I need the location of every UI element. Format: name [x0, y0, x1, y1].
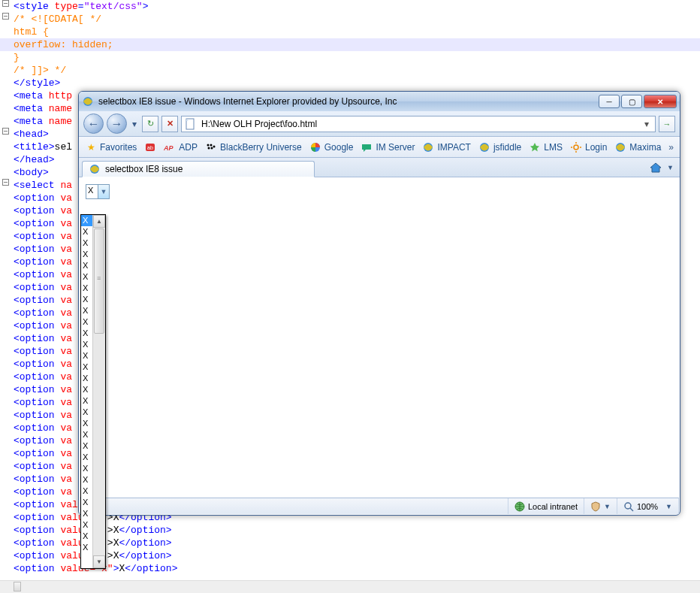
editor-hscroll[interactable]	[0, 580, 700, 593]
stop-button[interactable]: ✕	[161, 116, 178, 132]
window-title: selectbox IE8 issue - Windows Internet E…	[98, 96, 599, 107]
back-button[interactable]: ←	[83, 113, 104, 134]
svg-point-13	[574, 145, 578, 150]
scroll-up-button[interactable]: ▲	[93, 215, 105, 228]
page-icon	[185, 118, 197, 130]
scroll-down-button[interactable]: ▼	[93, 555, 105, 568]
svg-point-21	[625, 503, 631, 509]
refresh-button[interactable]: ↻	[142, 116, 158, 132]
bookmark-ab-red[interactable]: ab	[144, 141, 156, 153]
svg-point-5	[207, 144, 210, 146]
star-icon: ★	[85, 141, 97, 153]
svg-text:AP: AP	[164, 144, 173, 152]
bookmark-label: IMPACT	[437, 142, 470, 153]
adp-icon: AP	[164, 141, 176, 153]
select-dropdown[interactable]: ▲ ▼ XXXXXXXXXXXXXXXXXXXXXXXXXXXXXX	[80, 214, 106, 569]
bookmark-jsfiddle[interactable]: jsfiddle	[478, 141, 521, 153]
code-line[interactable]: }	[0, 51, 700, 64]
login-icon	[570, 141, 582, 153]
bookmark-im-server[interactable]: IM Server	[361, 141, 415, 153]
bookmark-lms[interactable]: LMS	[529, 141, 563, 153]
security-zone[interactable]: Local intranet	[508, 498, 584, 514]
bookmark-label: Login	[585, 142, 607, 153]
svg-point-7	[208, 147, 210, 149]
im-icon	[361, 141, 373, 153]
bookmark-maxima[interactable]: Maxima	[614, 141, 661, 153]
bookmark-label: BlackBerry Universe	[220, 142, 302, 153]
bookmark-label: Google	[324, 142, 354, 153]
favorites-overflow[interactable]: »	[668, 142, 674, 153]
tab-active[interactable]: selectbox IE8 issue	[82, 161, 315, 177]
svg-point-8	[211, 147, 213, 149]
page-icon	[89, 163, 101, 175]
address-dropdown[interactable]: ▾	[641, 119, 652, 129]
svg-point-9	[213, 145, 216, 147]
lms-icon	[529, 141, 541, 153]
ie-icon	[82, 95, 94, 107]
nav-history-dropdown[interactable]: ▾	[130, 119, 139, 129]
bookmark-label: LMS	[544, 142, 563, 153]
status-bar: Local intranet ▼ 100% ▼	[80, 498, 679, 514]
dropdown-scrollbar[interactable]: ▲ ▼	[92, 215, 105, 568]
fold-toggle[interactable]	[2, 179, 9, 186]
select-value: X	[86, 185, 98, 198]
bookmark-impact[interactable]: IMPACT	[422, 141, 470, 153]
ie-icon	[422, 141, 434, 153]
bookmark-label: Maxima	[629, 142, 661, 153]
svg-text:ab: ab	[147, 145, 153, 150]
home-button[interactable]	[649, 161, 662, 174]
bb-icon	[205, 141, 217, 153]
bookmark-blackberry-universe[interactable]: BlackBerry Universe	[205, 141, 302, 153]
forward-button[interactable]: →	[107, 113, 127, 134]
code-line[interactable]: /* <![CDATA[ */	[0, 13, 700, 26]
titlebar[interactable]: selectbox IE8 issue - Windows Internet E…	[79, 92, 680, 111]
address-bar[interactable]: ▾	[181, 116, 656, 132]
nav-toolbar: ← → ▾ ↻ ✕ ▾ →	[79, 111, 680, 137]
protected-mode[interactable]: ▼	[584, 498, 617, 514]
ab-red-icon: ab	[144, 141, 156, 153]
bookmark-label: jsfiddle	[493, 142, 521, 153]
tab-bar: selectbox IE8 issue ▼	[79, 158, 680, 177]
code-line[interactable]: <style type="text/css">	[0, 0, 700, 13]
favorites-label: Favorites	[100, 142, 137, 153]
zoom-control[interactable]: 100% ▼	[617, 498, 679, 514]
code-line[interactable]: html {	[0, 26, 700, 38]
svg-point-6	[210, 144, 213, 146]
page-content: X ▼ Do	[80, 178, 679, 497]
shield-icon	[590, 501, 601, 512]
globe-icon	[514, 501, 525, 512]
bookmark-adp[interactable]: APADP	[164, 141, 198, 153]
go-button[interactable]: →	[659, 116, 675, 132]
fold-toggle[interactable]	[2, 128, 9, 135]
address-input[interactable]	[200, 118, 638, 130]
favorites-button[interactable]: ★ Favorites	[85, 141, 137, 153]
fold-toggle[interactable]	[2, 13, 9, 20]
bookmark-google[interactable]: Google	[309, 141, 354, 153]
select-element[interactable]: X ▼	[86, 184, 110, 199]
zoom-icon	[623, 501, 634, 512]
goog-icon	[309, 141, 321, 153]
fold-toggle[interactable]	[2, 0, 9, 7]
code-line[interactable]: overflow: hidden;	[0, 38, 700, 51]
close-button[interactable]: ✕	[644, 95, 677, 108]
home-dropdown[interactable]: ▼	[667, 164, 674, 171]
ie-icon	[614, 141, 626, 153]
bookmark-label: IM Server	[376, 142, 415, 153]
code-line[interactable]: </style>	[0, 77, 700, 89]
favorites-bar: ★ Favorites abAPADPBlackBerry UniverseGo…	[79, 137, 680, 158]
zone-label: Local intranet	[528, 502, 578, 511]
bookmark-login[interactable]: Login	[570, 141, 607, 153]
svg-line-22	[630, 508, 633, 511]
code-line[interactable]: /* ]]> */	[0, 64, 700, 77]
select-arrow-icon[interactable]: ▼	[98, 185, 109, 198]
zoom-value: 100%	[637, 502, 658, 511]
bookmark-label: ADP	[179, 142, 198, 153]
ie8-window: selectbox IE8 issue - Windows Internet E…	[78, 91, 680, 516]
tab-title: selectbox IE8 issue	[105, 164, 183, 174]
ie-icon	[478, 141, 490, 153]
minimize-button[interactable]: ─	[599, 95, 620, 108]
maximize-button[interactable]: ▢	[621, 95, 642, 108]
scroll-thumb[interactable]	[94, 228, 104, 334]
